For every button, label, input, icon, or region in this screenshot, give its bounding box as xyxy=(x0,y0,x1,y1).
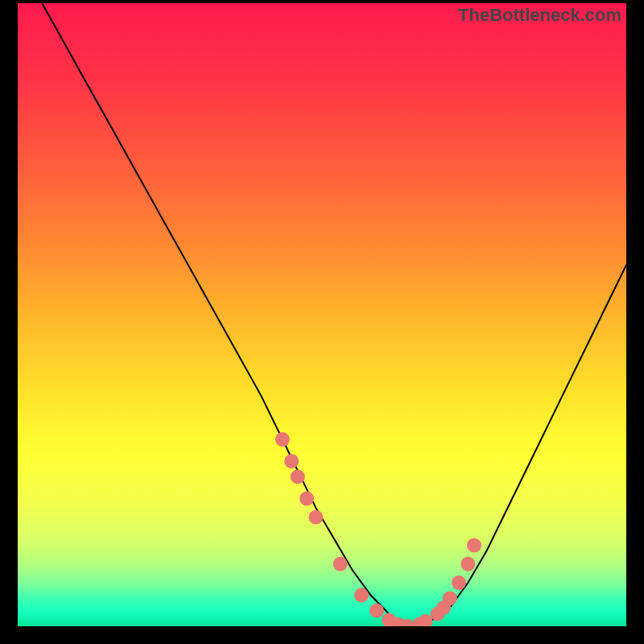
watermark-text: TheBottleneck.com xyxy=(458,5,621,26)
marker-dot xyxy=(452,576,466,590)
marker-dot xyxy=(291,469,305,484)
marker-dot xyxy=(284,454,299,469)
chart-container: TheBottleneck.com xyxy=(0,0,644,644)
curve-overlay xyxy=(18,3,626,626)
marker-dot xyxy=(299,491,314,506)
marker-dot xyxy=(419,614,433,626)
highlight-markers xyxy=(275,432,481,626)
marker-dot xyxy=(333,557,348,572)
plot-area: TheBottleneck.com xyxy=(18,3,626,626)
marker-dot xyxy=(443,591,457,605)
marker-dot xyxy=(369,604,384,618)
marker-dot xyxy=(460,557,475,572)
marker-dot xyxy=(467,538,481,552)
marker-dot xyxy=(275,432,290,447)
bottleneck-curve xyxy=(42,3,626,626)
marker-dot xyxy=(308,510,323,525)
marker-dot xyxy=(354,588,369,602)
